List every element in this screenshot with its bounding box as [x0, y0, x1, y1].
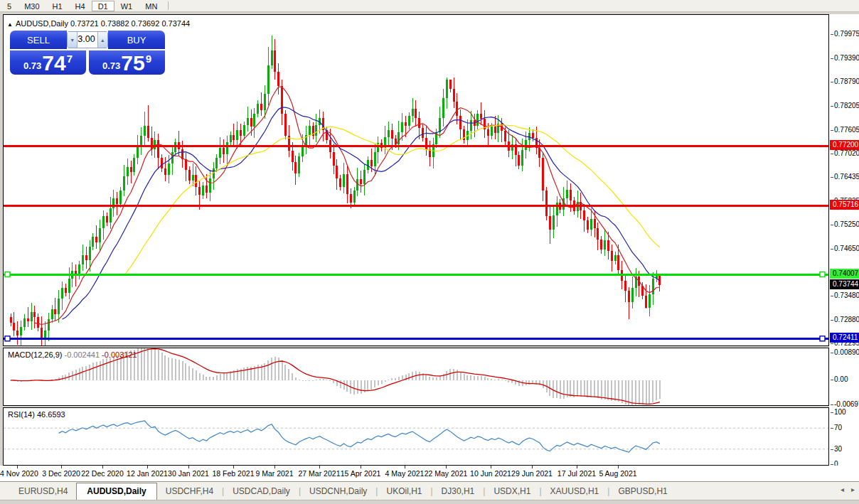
trade-prices-row: 0.73 74 7 0.73 75 9 [10, 50, 165, 75]
volume-increase-icon[interactable]: ▲ [97, 32, 107, 48]
date-tick-mark [17, 466, 18, 468]
price-axis-label: 0.79390 [831, 54, 859, 63]
macd-axis-label: 0.00 [831, 375, 848, 384]
date-axis: 14 Nov 20203 Dec 202022 Dec 202012 Jan 2… [0, 466, 859, 481]
symbol-ohlc-values: 0.73721 0.73882 0.73692 0.73744 [70, 19, 190, 28]
date-tick-mark [446, 466, 447, 468]
date-tick-mark [577, 466, 577, 468]
hline-handle[interactable] [820, 272, 825, 277]
rsi-label: RSI(14) 46.6593 [8, 410, 65, 419]
tab-scroll-right-icon[interactable]: ▸ [851, 486, 855, 493]
buy-price-display[interactable]: 0.73 75 9 [89, 50, 165, 75]
date-tick-mark [618, 466, 619, 468]
sell-price-small: 0.73 [23, 60, 41, 71]
date-tick-mark [147, 466, 148, 468]
price-axis: 0.799750.793900.787900.782050.776050.770… [829, 14, 859, 467]
hline-price-badge: 0.72411 [830, 333, 859, 343]
date-tick-mark [405, 466, 405, 468]
price-axis-label: 0.79975 [831, 30, 859, 38]
toolbar-separator [168, 1, 169, 10]
symbol-tab-bar: EURUSD,H4AUDUSD,DailyUSDCHF,H4|USDCAD,Da… [0, 481, 859, 500]
date-tick-mark [274, 466, 275, 468]
hline-handle[interactable] [5, 336, 10, 341]
sell-price-sup: 7 [67, 53, 73, 65]
timeframe-toolbar: 5M30H1H4D1W1MN [0, 0, 859, 12]
price-axis-label: 0.78205 [831, 102, 859, 110]
window-bottom-edge [0, 500, 859, 504]
rsi-axis-label: 30 [831, 445, 842, 454]
tab-usdx-h1[interactable]: USDX,H1 [485, 483, 539, 500]
buy-price-big: 75 [121, 53, 144, 73]
sell-price-big: 74 [42, 53, 65, 73]
hline-price-badge: 0.74007 [830, 269, 859, 279]
tab-scroll-controls: ◂ ▸ [841, 486, 855, 493]
trade-buttons-row: SELL ▼ 3.00 ▲ BUY [10, 31, 165, 49]
tf-button-5[interactable]: 5 [1, 1, 18, 11]
rsi-value: 46.6593 [37, 410, 65, 419]
price-axis-label: 0.78790 [831, 77, 859, 86]
rsi-chart [4, 408, 828, 465]
macd-signal-value: -0.003121 [102, 350, 137, 359]
tab-gbpusd-h1[interactable]: GBPUSD,H1 [609, 483, 676, 500]
hline-handle[interactable] [820, 336, 825, 341]
tf-button-mn[interactable]: MN [139, 1, 164, 11]
tab-ukoil-h1[interactable]: UKOil,H1 [378, 483, 430, 500]
current-price-badge: 0.73744 [830, 279, 859, 289]
macd-axis-label: 0.008903 [831, 348, 859, 357]
date-tick-mark [61, 466, 62, 468]
tab-audusd-daily[interactable]: AUDUSD,Daily [76, 483, 156, 500]
date-tick-mark [491, 466, 491, 468]
rsi-axis-label: 100 [831, 408, 846, 417]
volume-input[interactable]: 3.00 [78, 32, 97, 48]
price-axis-label: 0.74650 [831, 245, 859, 253]
tab-xauusd-h1[interactable]: XAUUSD,H1 [542, 483, 608, 500]
price-axis-label: 0.75250 [831, 220, 859, 229]
symbol-name: AUDUSD,Daily [16, 19, 68, 28]
price-axis-label: 0.76435 [831, 173, 859, 181]
tf-button-d1[interactable]: D1 [92, 1, 114, 11]
volume-decrease-icon[interactable]: ▼ [68, 32, 78, 48]
tab-usdcad-daily[interactable]: USDCAD,Daily [224, 483, 299, 500]
date-tick-mark [233, 466, 234, 468]
date-tick-mark [188, 466, 189, 468]
tab-usdchf-h4[interactable]: USDCHF,H4 [157, 483, 222, 500]
date-tick-mark [319, 466, 320, 468]
tab-scroll-left-icon[interactable]: ◂ [841, 486, 844, 493]
hline-handle[interactable] [5, 272, 10, 277]
macd-indicator-panel[interactable]: MACD(12,26,9) -0.002441 -0.003121 [3, 348, 829, 406]
buy-price-small: 0.73 [102, 60, 120, 71]
date-axis-label: 5 Aug 2021 [592, 469, 644, 478]
buy-price-sup: 9 [146, 53, 151, 65]
rsi-indicator-panel[interactable]: RSI(14) 46.6593 [3, 407, 829, 466]
price-axis-label: 0.77020 [831, 149, 859, 158]
one-click-trading-widget: SELL ▼ 3.00 ▲ BUY 0.73 74 7 0.73 75 9 [10, 31, 165, 75]
tab-usdcnh-daily[interactable]: USDCNH,Daily [301, 483, 375, 500]
sell-price-display[interactable]: 0.73 74 7 [10, 50, 86, 75]
tf-button-m30[interactable]: M30 [18, 1, 46, 11]
date-tick-mark [361, 466, 361, 468]
date-tick-mark [532, 466, 533, 468]
trading-platform-window: 5M30H1H4D1W1MN ▲AUDUSD,Daily 0.73721 0.7… [0, 0, 859, 504]
price-axis-label: 0.72880 [831, 316, 859, 324]
tf-button-h4[interactable]: H4 [69, 1, 92, 11]
date-tick-mark [102, 466, 103, 468]
chart-symbol-title: ▲AUDUSD,Daily 0.73721 0.73882 0.73692 0.… [7, 19, 190, 28]
macd-value: -0.002441 [64, 350, 100, 359]
price-axis-label: 0.77605 [831, 126, 859, 134]
volume-stepper[interactable]: ▼ 3.00 ▲ [67, 31, 108, 48]
buy-button[interactable]: BUY [108, 31, 165, 49]
tab-dj30-h1[interactable]: DJ30,H1 [433, 483, 484, 500]
hline-price-badge: 0.75716 [830, 200, 859, 210]
collapse-quote-icon[interactable]: ▲ [7, 21, 13, 28]
tf-button-w1[interactable]: W1 [114, 1, 139, 11]
price-axis-label: 0.73480 [831, 291, 859, 300]
tf-button-h1[interactable]: H1 [46, 1, 69, 11]
tab-eurusd-h4[interactable]: EURUSD,H4 [10, 483, 76, 500]
hline-price-badge: 0.77200 [830, 140, 859, 150]
macd-label: MACD(12,26,9) -0.002441 -0.003121 [8, 350, 137, 359]
sell-button[interactable]: SELL [10, 31, 67, 49]
rsi-axis-label: 70 [831, 424, 842, 432]
